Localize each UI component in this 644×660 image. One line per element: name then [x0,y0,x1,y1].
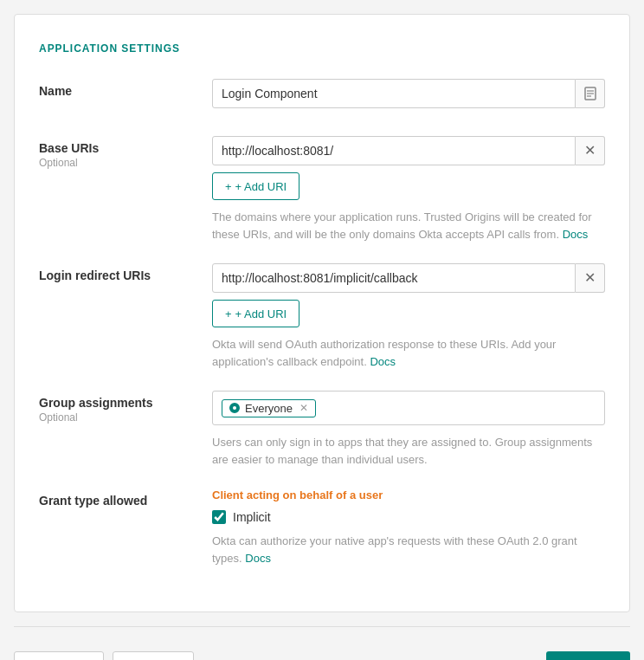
implicit-label: Implicit [233,510,271,524]
base-uris-row: Base URIs Optional ✕ + + Add URI The dom… [39,136,605,243]
base-uris-label-col: Base URIs Optional [39,136,212,169]
group-assignments-help-text: Users can only sign in to apps that they… [212,436,592,466]
base-uris-docs-link[interactable]: Docs [563,228,589,241]
previous-button[interactable]: Previous [14,651,104,660]
footer-divider [14,626,630,627]
base-uris-help-text: The domains where your application runs.… [212,210,592,241]
login-redirect-uris-row: Login redirect URIs ✕ + + Add URI Okta w… [39,263,605,370]
login-redirect-add-label: + Add URI [235,307,287,320]
login-redirect-help: Okta will send OAuth authorization respo… [212,336,605,370]
base-uris-add-btn[interactable]: + + Add URI [212,172,299,200]
login-redirect-input[interactable] [212,263,576,293]
group-tag-radio-icon [229,403,240,413]
grant-checkbox-row: Implicit [212,510,605,524]
base-uris-help: The domains where your application runs.… [212,209,605,243]
section-title: APPLICATION SETTINGS [39,42,605,55]
base-uris-add-label: + Add URI [235,180,287,193]
footer: Previous Cancel Done [14,641,630,660]
name-row: Name [39,79,605,115]
done-button[interactable]: Done [546,651,630,660]
base-uris-input[interactable] [212,136,576,165]
base-uris-control-col: ✕ + + Add URI The domains where your app… [212,136,605,243]
group-tag-label: Everyone [245,402,293,415]
base-uris-label: Base URIs [39,141,212,155]
grant-type-control-col: Client acting on behalf of a user Implic… [212,489,605,566]
footer-left-buttons: Previous Cancel [14,651,194,660]
application-settings-card: APPLICATION SETTINGS Name [14,14,630,612]
implicit-checkbox[interactable] [212,510,226,524]
grant-type-label-col: Grant type allowed [39,489,212,508]
cancel-button[interactable]: Cancel [113,651,194,660]
group-assignments-label-col: Group assignments Optional [39,391,212,424]
add-icon-2: + [225,307,232,320]
name-input[interactable] [212,79,576,108]
login-redirect-label-col: Login redirect URIs [39,263,212,282]
group-assignments-control-col: Everyone ✕ Users can only sign in to app… [212,391,605,468]
login-redirect-docs-link[interactable]: Docs [370,355,396,368]
grant-type-row: Grant type allowed Client acting on beha… [39,489,605,566]
group-tag-everyone: Everyone ✕ [222,399,316,417]
grant-type-docs-link[interactable]: Docs [245,552,271,565]
group-tag-close-btn[interactable]: ✕ [299,402,308,414]
grant-type-label: Grant type allowed [39,494,212,508]
login-redirect-input-row: ✕ [212,263,605,293]
group-assignments-sub-label: Optional [39,411,212,424]
name-label: Name [39,84,212,98]
group-assignments-help: Users can only sign in to apps that they… [212,434,605,468]
login-redirect-add-btn[interactable]: + + Add URI [212,300,299,327]
name-input-row [212,79,605,108]
name-icon-btn[interactable] [576,79,605,108]
login-redirect-label: Login redirect URIs [39,269,212,282]
name-control-col [212,79,605,115]
login-redirect-clear-btn[interactable]: ✕ [576,263,605,293]
base-uris-input-row: ✕ [212,136,605,165]
grant-subsection-title: Client acting on behalf of a user [212,489,605,501]
group-assignments-label: Group assignments [39,396,212,410]
name-label-col: Name [39,79,212,98]
grant-type-help: Okta can authorize your native app's req… [212,533,605,566]
group-assignments-row: Group assignments Optional Everyone ✕ Us… [39,391,605,468]
base-uris-sub-label: Optional [39,157,212,169]
base-uris-clear-btn[interactable]: ✕ [576,136,605,165]
login-redirect-control-col: ✕ + + Add URI Okta will send OAuth autho… [212,263,605,370]
document-icon [584,87,596,100]
group-tag-box[interactable]: Everyone ✕ [212,391,605,425]
add-icon: + [225,180,232,193]
